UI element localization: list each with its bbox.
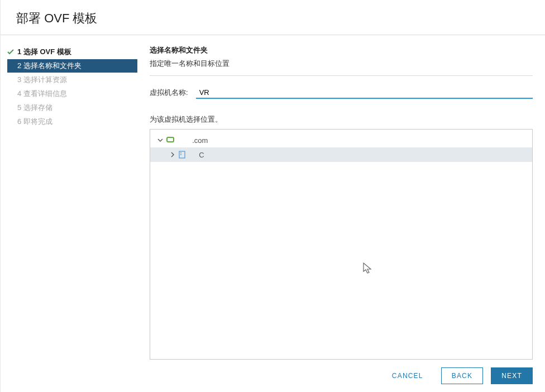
step-label: 1 选择 OVF 模板 (17, 47, 71, 57)
step-6-finish: 6 即将完成 (7, 115, 137, 128)
tree-row-vcenter[interactable]: .com (150, 133, 532, 147)
step-label: 4 查看详细信息 (17, 89, 67, 99)
title-part-2: 模板 (73, 11, 97, 25)
vm-name-row: 虚拟机名称: (150, 86, 533, 99)
step-label: 2 选择名称和文件夹 (17, 61, 82, 71)
svg-rect-4 (180, 154, 181, 155)
svg-rect-1 (167, 137, 174, 142)
step-label: 3 选择计算资源 (17, 75, 67, 85)
svg-rect-2 (179, 151, 185, 158)
panel-divider (150, 75, 533, 76)
svg-rect-3 (180, 152, 181, 154)
datacenter-icon (178, 150, 187, 159)
wizard-footer: CANCEL BACK NEXT (1, 360, 545, 392)
tree-row-datacenter[interactable]: C (150, 147, 532, 162)
title-part-1: 部署 (16, 11, 44, 25)
step-1-select-ovf[interactable]: 1 选择 OVF 模板 (7, 45, 137, 59)
chevron-down-icon[interactable] (157, 137, 164, 144)
tree-node-label (189, 151, 197, 159)
step-label: 5 选择存储 (17, 103, 52, 113)
wizard-steps: 1 选择 OVF 模板 2 选择名称和文件夹 3 选择计算资源 4 查看详细信息… (1, 35, 137, 360)
location-label: 为该虚拟机选择位置。 (150, 114, 533, 125)
panel-heading: 选择名称和文件夹 (150, 45, 533, 55)
cancel-button[interactable]: CANCEL (382, 367, 433, 384)
vcenter-icon (166, 136, 175, 145)
dialog-title: 部署 OVF 模板 (1, 0, 545, 35)
tree-node-label (177, 136, 190, 145)
tree-node-suffix: C (199, 151, 204, 159)
step-4-details: 4 查看详细信息 (7, 87, 137, 101)
step-2-name-folder[interactable]: 2 选择名称和文件夹 (7, 59, 137, 73)
tree-node-suffix: .com (192, 136, 208, 145)
svg-rect-0 (167, 137, 174, 142)
check-icon (7, 49, 14, 55)
panel-subheading: 指定唯一名称和目标位置 (150, 59, 533, 69)
vm-name-label: 虚拟机名称: (150, 88, 188, 98)
vm-name-input[interactable] (196, 86, 533, 99)
step-label: 6 即将完成 (17, 117, 52, 127)
step-3-compute: 3 选择计算资源 (7, 73, 137, 87)
location-tree[interactable]: .com C (150, 129, 533, 360)
title-part-thin: OVF (44, 11, 73, 25)
next-button[interactable]: NEXT (491, 367, 533, 384)
chevron-right-icon[interactable] (169, 151, 176, 158)
back-button[interactable]: BACK (441, 367, 483, 384)
panel-main: 选择名称和文件夹 指定唯一名称和目标位置 虚拟机名称: 为该虚拟机选择位置。 (137, 35, 545, 360)
step-5-storage: 5 选择存储 (7, 101, 137, 114)
